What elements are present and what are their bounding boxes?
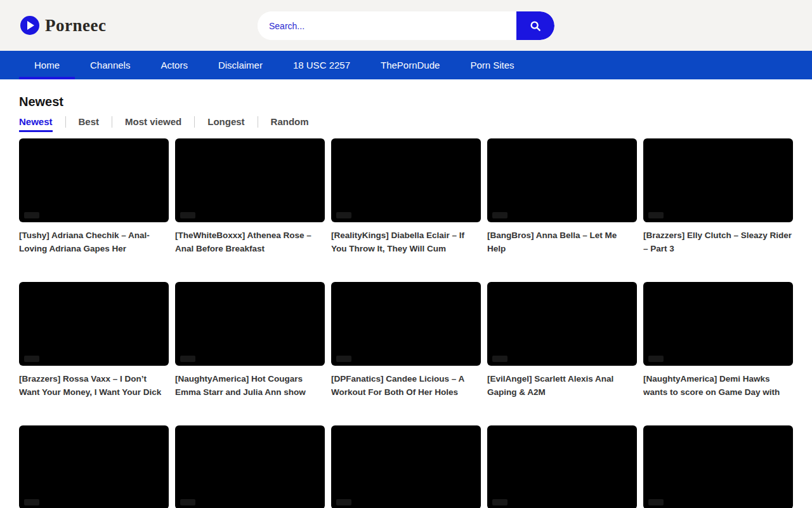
- video-thumbnail[interactable]: [175, 138, 325, 222]
- video-card[interactable]: [Brazzers] Elly Clutch – Sleazy Rider – …: [643, 138, 793, 255]
- duration-badge: [648, 212, 664, 218]
- duration-badge: [648, 356, 664, 362]
- main-content: Newest NewestBestMost viewedLongestRando…: [0, 95, 812, 508]
- video-card[interactable]: [NaughtyAmerica] Hot Cougars Emma Starr …: [175, 282, 325, 399]
- nav-item-label: Actors: [160, 60, 188, 70]
- video-card[interactable]: [Brazzers] Rossa Vaxx – I Don’t Want You…: [19, 282, 169, 399]
- video-title[interactable]: [RealityKings] Diabella Eclair – If You …: [331, 229, 481, 255]
- nav-item-theporndude[interactable]: ThePornDude: [365, 51, 455, 79]
- duration-badge: [180, 356, 195, 362]
- video-title[interactable]: [NaughtyAmerica] Hot Cougars Emma Starr …: [175, 372, 325, 399]
- video-title[interactable]: [DPFanatics] Candee Licious – A Workout …: [331, 372, 481, 399]
- duration-badge: [24, 499, 39, 505]
- tab-label: Best: [79, 116, 100, 130]
- search-icon: [528, 19, 542, 33]
- video-thumbnail[interactable]: [175, 425, 325, 508]
- video-title[interactable]: [Brazzers] Elly Clutch – Sleazy Rider – …: [643, 229, 793, 255]
- page-title: Newest: [19, 95, 793, 109]
- video-card[interactable]: [487, 425, 637, 508]
- main-nav: HomeChannelsActorsDisclaimer18 USC 2257T…: [0, 51, 812, 79]
- nav-item-label: ThePornDude: [381, 60, 440, 70]
- video-card[interactable]: [RealityKings] Diabella Eclair – If You …: [331, 138, 481, 255]
- duration-badge: [180, 499, 195, 505]
- video-thumbnail[interactable]: [331, 425, 481, 508]
- tab-label: Most viewed: [125, 116, 181, 130]
- search-input[interactable]: [258, 11, 516, 40]
- video-thumbnail[interactable]: [19, 282, 169, 366]
- nav-item-label: Porn Sites: [470, 60, 514, 70]
- video-title[interactable]: [TheWhiteBoxxx] Athenea Rose – Anal Befo…: [175, 229, 325, 255]
- video-thumbnail[interactable]: [175, 282, 325, 366]
- video-thumbnail[interactable]: [643, 282, 793, 366]
- video-card[interactable]: [NaughtyAmerica] Demi Hawks wants to sco…: [643, 282, 793, 399]
- nav-list: HomeChannelsActorsDisclaimer18 USC 2257T…: [0, 51, 812, 79]
- video-card[interactable]: [Tushy] Adriana Chechik – Anal-Loving Ad…: [19, 138, 169, 255]
- video-thumbnail[interactable]: [487, 282, 637, 366]
- site-logo-text: Porneec: [45, 16, 106, 36]
- nav-item-18-usc-2257[interactable]: 18 USC 2257: [278, 51, 365, 79]
- video-card[interactable]: [EvilAngel] Scarlett Alexis Anal Gaping …: [487, 282, 637, 399]
- site-logo[interactable]: Porneec: [20, 16, 106, 36]
- video-thumbnail[interactable]: [487, 425, 637, 508]
- video-thumbnail[interactable]: [643, 425, 793, 508]
- nav-item-actors[interactable]: Actors: [145, 51, 203, 79]
- nav-item-label: Disclaimer: [218, 60, 263, 70]
- duration-badge: [492, 356, 508, 362]
- duration-badge: [180, 212, 195, 218]
- duration-badge: [492, 212, 508, 218]
- video-card[interactable]: [BangBros] Anna Bella – Let Me Help: [487, 138, 637, 255]
- video-card[interactable]: [19, 425, 169, 508]
- video-thumbnail[interactable]: [331, 282, 481, 366]
- video-thumbnail[interactable]: [19, 425, 169, 508]
- video-card[interactable]: [331, 425, 481, 508]
- duration-badge: [24, 212, 39, 218]
- video-grid: [Tushy] Adriana Chechik – Anal-Loving Ad…: [0, 138, 812, 508]
- video-card[interactable]: [175, 425, 325, 508]
- tab-longest[interactable]: Longest: [195, 116, 257, 131]
- video-title[interactable]: [EvilAngel] Scarlett Alexis Anal Gaping …: [487, 372, 637, 399]
- duration-badge: [336, 499, 351, 505]
- video-thumbnail[interactable]: [643, 138, 793, 222]
- video-thumbnail[interactable]: [487, 138, 637, 222]
- video-card[interactable]: [643, 425, 793, 508]
- video-thumbnail[interactable]: [331, 138, 481, 222]
- nav-item-home[interactable]: Home: [19, 51, 75, 79]
- nav-item-label: Channels: [90, 60, 130, 70]
- video-card[interactable]: [DPFanatics] Candee Licious – A Workout …: [331, 282, 481, 399]
- duration-badge: [648, 499, 664, 505]
- nav-item-label: Home: [34, 60, 60, 70]
- nav-item-channels[interactable]: Channels: [75, 51, 145, 79]
- video-title[interactable]: [BangBros] Anna Bella – Let Me Help: [487, 229, 637, 255]
- video-title[interactable]: [Brazzers] Rossa Vaxx – I Don’t Want You…: [19, 372, 169, 399]
- tab-most-viewed[interactable]: Most viewed: [112, 116, 194, 131]
- video-title[interactable]: [Tushy] Adriana Chechik – Anal-Loving Ad…: [19, 229, 169, 255]
- duration-badge: [336, 356, 351, 362]
- video-thumbnail[interactable]: [19, 138, 169, 222]
- video-title[interactable]: [NaughtyAmerica] Demi Hawks wants to sco…: [643, 372, 793, 399]
- tab-random[interactable]: Random: [258, 116, 322, 131]
- tab-best[interactable]: Best: [66, 116, 112, 131]
- duration-badge: [336, 212, 351, 218]
- search-bar: [258, 11, 554, 40]
- tab-label: Random: [271, 116, 309, 130]
- duration-badge: [24, 356, 39, 362]
- search-button[interactable]: [516, 11, 554, 40]
- nav-item-porn-sites[interactable]: Porn Sites: [455, 51, 529, 79]
- nav-item-disclaimer[interactable]: Disclaimer: [203, 51, 278, 79]
- sort-tabs: NewestBestMost viewedLongestRandom: [19, 116, 793, 131]
- tab-label: Longest: [207, 116, 244, 130]
- tab-label: Newest: [19, 116, 53, 132]
- site-header: Porneec: [0, 0, 812, 51]
- play-icon: [20, 16, 39, 35]
- nav-item-label: 18 USC 2257: [293, 60, 350, 70]
- tab-newest[interactable]: Newest: [19, 116, 65, 131]
- duration-badge: [492, 499, 508, 505]
- video-card[interactable]: [TheWhiteBoxxx] Athenea Rose – Anal Befo…: [175, 138, 325, 255]
